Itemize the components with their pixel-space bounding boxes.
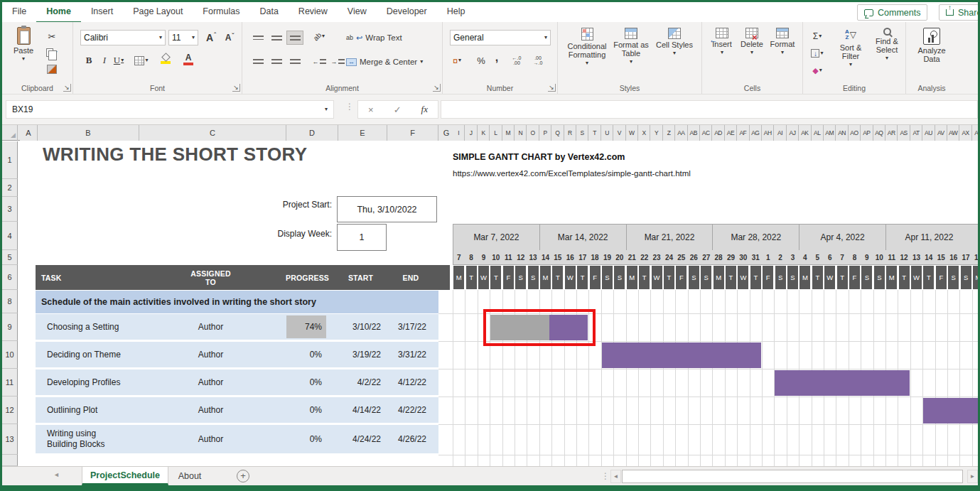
row-header-10[interactable]: 10: [2, 341, 18, 369]
task-name-cell[interactable]: Deciding on Theme: [47, 342, 121, 367]
copy-button[interactable]: ▾: [43, 45, 60, 60]
font-size-combo[interactable]: 11 ▾: [168, 30, 198, 45]
start-date-cell[interactable]: 4/24/22: [336, 425, 385, 453]
row-header-11[interactable]: 11: [2, 369, 18, 396]
column-header-AB[interactable]: AB: [688, 125, 700, 141]
row-header-2[interactable]: 2: [2, 179, 18, 197]
project-start-value[interactable]: Thu, 3/10/2022: [337, 196, 437, 222]
progress-cell[interactable]: 74%: [286, 315, 326, 338]
column-header-V[interactable]: V: [613, 125, 625, 141]
format-as-table-button[interactable]: Format as Table ▾: [610, 28, 652, 87]
column-header-AH[interactable]: AH: [762, 125, 774, 141]
font-name-combo[interactable]: Calibri ▾: [80, 30, 166, 45]
align-right-button[interactable]: [286, 55, 303, 69]
share-button[interactable]: Share: [939, 4, 980, 21]
column-header-W[interactable]: W: [626, 125, 638, 141]
column-header-AT[interactable]: AT: [910, 125, 922, 141]
progress-cell[interactable]: 0%: [286, 371, 326, 394]
top-align-button[interactable]: [249, 31, 266, 45]
increase-indent-button[interactable]: →: [329, 55, 346, 69]
column-header-J[interactable]: J: [465, 125, 477, 141]
middle-align-button[interactable]: [268, 31, 285, 45]
start-date-cell[interactable]: 4/2/22: [336, 369, 385, 395]
task-row[interactable]: Developing ProfilesAuthor0%4/2/224/12/22: [36, 369, 438, 395]
column-header-Y[interactable]: Y: [650, 125, 662, 141]
end-date-cell[interactable]: 4/26/22: [385, 425, 432, 453]
column-header-AS[interactable]: AS: [898, 125, 910, 141]
decrease-decimal-button[interactable]: .00→.0: [529, 53, 546, 68]
column-header-AF[interactable]: AF: [737, 125, 749, 141]
sheet-tab-projectschedule[interactable]: ProjectSchedule: [82, 467, 168, 485]
column-header-AG[interactable]: AG: [750, 125, 762, 141]
accounting-format-button[interactable]: ¤ ▾: [448, 53, 465, 68]
shrink-font-button[interactable]: Aˇ: [221, 31, 238, 45]
task-row[interactable]: Deciding on ThemeAuthor0%3/19/223/31/22: [36, 342, 438, 367]
sheet-nav-left-icon[interactable]: ◄: [53, 471, 60, 478]
cut-button[interactable]: ✂: [43, 29, 60, 43]
ribbon-tab-home[interactable]: Home: [36, 2, 81, 23]
formula-input[interactable]: [441, 100, 978, 119]
fill-color-button[interactable]: [157, 52, 174, 66]
assigned-to-cell[interactable]: Author: [137, 369, 284, 395]
cancel-entry-icon[interactable]: ×: [368, 104, 374, 115]
end-date-cell[interactable]: 3/17/22: [385, 314, 432, 340]
start-date-cell[interactable]: 4/14/22: [336, 397, 385, 423]
sort-filter-button[interactable]: AZ ▽ Sort & Filter ▾: [833, 28, 868, 87]
end-date-cell[interactable]: 4/12/22: [385, 369, 432, 395]
progress-cell[interactable]: 0%: [286, 399, 326, 421]
column-header-L[interactable]: L: [490, 125, 502, 141]
header-task[interactable]: TASK: [41, 265, 62, 290]
bottom-align-button[interactable]: [286, 31, 303, 45]
row-header-12[interactable]: 12: [2, 396, 18, 424]
column-header-Z[interactable]: Z: [663, 125, 675, 141]
column-header-AC[interactable]: AC: [700, 125, 712, 141]
horizontal-scrollbar-thumb[interactable]: [622, 470, 963, 483]
number-format-combo[interactable]: General ▾: [450, 30, 551, 45]
sheet-tab-about[interactable]: About: [170, 467, 210, 485]
ribbon-tab-developer[interactable]: Developer: [377, 2, 437, 21]
bold-button[interactable]: B: [80, 53, 97, 68]
assigned-to-cell[interactable]: Author: [137, 342, 284, 367]
column-header-AM[interactable]: AM: [824, 125, 836, 141]
ribbon-tab-help[interactable]: Help: [437, 2, 475, 21]
column-header-AI[interactable]: AI: [774, 125, 786, 141]
format-painter-button[interactable]: [43, 62, 60, 76]
assigned-to-cell[interactable]: Author: [137, 397, 284, 423]
task-name-cell[interactable]: Developing Profiles: [47, 369, 120, 395]
insert-function-icon[interactable]: fx: [421, 104, 428, 115]
column-header-A[interactable]: A: [20, 125, 38, 141]
select-all-corner[interactable]: ◢: [2, 125, 18, 141]
column-header-AP[interactable]: AP: [861, 125, 873, 141]
ribbon-tab-file[interactable]: File: [2, 2, 36, 21]
start-date-cell[interactable]: 3/10/22: [336, 314, 385, 340]
merge-center-button[interactable]: ↔ Merge & Center ▾: [346, 54, 423, 70]
insert-cells-button[interactable]: ← Insert ▾: [708, 28, 736, 87]
comma-style-button[interactable]: ,: [488, 50, 505, 65]
column-header-AD[interactable]: AD: [712, 125, 724, 141]
display-week-value[interactable]: 1: [337, 224, 387, 251]
task-row[interactable]: Choosing a SettingAuthor74%3/10/223/17/2…: [36, 314, 438, 340]
decrease-indent-button[interactable]: ←: [311, 55, 328, 69]
column-header-AW[interactable]: AW: [947, 125, 959, 141]
progress-cell[interactable]: 0%: [286, 426, 326, 452]
column-header-P[interactable]: P: [539, 125, 551, 141]
row-header-blank[interactable]: [2, 455, 18, 466]
column-header-K[interactable]: K: [478, 125, 490, 141]
column-header-AA[interactable]: AA: [675, 125, 687, 141]
cell-styles-button[interactable]: Cell Styles ▾: [655, 28, 694, 87]
comments-button[interactable]: Comments: [857, 4, 927, 21]
row-header-5[interactable]: 5: [2, 250, 18, 265]
column-header-F[interactable]: F: [387, 125, 438, 141]
ribbon-tab-view[interactable]: View: [338, 2, 377, 21]
find-select-button[interactable]: Find & Select ▾: [870, 28, 904, 87]
row-header-13[interactable]: 13: [2, 424, 18, 455]
section-header-row[interactable]: Schedule of the main activities involved…: [36, 291, 438, 313]
number-dialog-launcher[interactable]: ↘: [548, 84, 556, 92]
percent-style-button[interactable]: %: [473, 53, 490, 68]
delete-cells-button[interactable]: × Delete ▾: [738, 28, 766, 87]
column-header-N[interactable]: N: [515, 125, 527, 141]
alignment-dialog-launcher[interactable]: ↘: [433, 84, 441, 92]
font-color-button[interactable]: A: [180, 52, 197, 66]
header-assigned-to[interactable]: ASSIGNED TO: [137, 265, 284, 290]
orientation-button[interactable]: ab ▾: [311, 29, 328, 43]
